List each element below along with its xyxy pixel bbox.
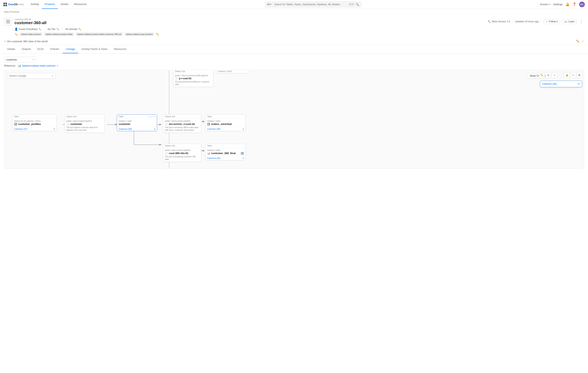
nav-right: Govern ▾ Settings 🔔 ❓ KC bbox=[540, 2, 585, 7]
settings-canvas-icon[interactable]: ⚙ bbox=[577, 72, 582, 78]
sep4: | bbox=[62, 28, 63, 31]
columns-btn-table1[interactable]: Columns (27) bbox=[14, 128, 27, 130]
tag-icon: 🏷️ bbox=[14, 32, 18, 36]
reference-row: Reference : 📊 dataset:icebase:retail:cus… bbox=[4, 64, 584, 67]
node-table4-footer: Columns (35) ▾ bbox=[206, 156, 245, 160]
more-icon[interactable]: ⋮ bbox=[579, 19, 584, 24]
tab-lineage[interactable]: Lineage bbox=[63, 45, 78, 53]
avatar[interactable]: KC bbox=[579, 2, 585, 7]
node-table4-header: Table bbox=[206, 144, 245, 148]
node-table3-name: ℹ️ orders_enriched bbox=[207, 123, 244, 126]
tag-0[interactable]: dataos.data-product bbox=[20, 32, 42, 36]
show-columns-panel: Columns (16) bbox=[540, 81, 582, 87]
tab-details[interactable]: Details bbox=[4, 45, 19, 53]
search-icon: 🔍 bbox=[356, 3, 359, 6]
show-columns-panel-header: Columns (16) bbox=[540, 81, 582, 87]
meta-version-label: Meta Version bbox=[492, 20, 506, 23]
expand-icon[interactable]: ⤢ bbox=[582, 40, 584, 43]
node-partial-top: Dataos Job public / demo-Lamont-profile-… bbox=[173, 70, 213, 87]
job2-doc-icon: 📄 bbox=[165, 123, 168, 126]
help-icon[interactable]: ❓ bbox=[572, 2, 576, 6]
tab-slos[interactable]: SLOs bbox=[34, 45, 47, 53]
learn-button[interactable]: 📖 Learn bbox=[562, 19, 577, 24]
node-table1[interactable]: Table dataos-ck-res-yak-dev / demo ℹ️ cu… bbox=[12, 115, 56, 131]
lineage-dropdown[interactable]: customer ▾ bbox=[4, 57, 36, 63]
node-job1-body: public / demo-ingest-pipeline 📄 customer… bbox=[65, 119, 105, 133]
node-partial-name: 📄 p-r-cust-01 bbox=[175, 77, 211, 80]
edit-owner-icon[interactable]: ✏️ bbox=[39, 28, 42, 31]
tag-2[interactable]: dataos.dataos:product:data:customer-360-… bbox=[76, 32, 123, 36]
chevron-icon-table4[interactable]: ▾ bbox=[243, 157, 244, 159]
node-table1-path: dataos-ck-res-yak-dev / demo bbox=[14, 120, 55, 122]
chevron-icon-table2[interactable]: ▾ bbox=[154, 128, 155, 130]
edit-domain-icon[interactable]: ✏️ bbox=[79, 28, 82, 31]
tag-edit-icon[interactable]: ✏️ bbox=[156, 33, 159, 36]
follow-button[interactable]: ☆ Follow 2 bbox=[544, 19, 560, 24]
svg-rect-0 bbox=[3, 3, 5, 4]
owner-item: 👤 Kunal Choudhary ✏️ bbox=[14, 28, 42, 31]
search-input[interactable] bbox=[274, 3, 347, 6]
fullscreen-button[interactable]: ⤡ bbox=[570, 72, 576, 78]
search-bar[interactable]: All ▾ ⌘ K 🔍 bbox=[265, 1, 361, 8]
node-table1-body: dataos-ck-res-yak-dev / demo ℹ️ customer… bbox=[12, 119, 56, 127]
node-partial-body: public / demo-Lamont-profile-pipeline 📄 … bbox=[173, 74, 213, 87]
tab-policies[interactable]: Policies bbox=[47, 45, 63, 53]
tab-outputs[interactable]: Outputs bbox=[19, 45, 34, 53]
node-job2-desc: This job is enriching offline sales data… bbox=[165, 126, 200, 131]
node-table2-footer: Columns (30) ▾ bbox=[117, 127, 157, 131]
edit-desc-icon[interactable]: ✏️ bbox=[576, 40, 579, 43]
updated-text: Updated 19 hours ago bbox=[515, 20, 539, 23]
zoom-out-button[interactable]: − bbox=[552, 72, 557, 78]
edit-tier-icon[interactable]: ✏️ bbox=[56, 28, 59, 31]
settings-btn[interactable]: Settings bbox=[553, 3, 563, 6]
table4-icon: 📊 bbox=[207, 152, 210, 155]
node-job3-body: public / demo-enrich-pipeline 📄 cust-360… bbox=[163, 148, 201, 162]
tier-label: No Tier bbox=[48, 28, 55, 31]
columns-panel-chevron-icon[interactable] bbox=[578, 83, 580, 85]
node-job2-path: public / demo-enrich-pipeline bbox=[165, 120, 200, 122]
columns-btn-table4[interactable]: Columns (35) bbox=[207, 157, 220, 159]
search-lineage-chevron-icon: ▾ bbox=[52, 75, 53, 77]
columns-btn-table3[interactable]: Columns (45) bbox=[207, 128, 220, 130]
node-table4[interactable]: Table icebase / retail 📊 customer_360_fi… bbox=[205, 144, 246, 160]
owner-icon: 👤 bbox=[14, 28, 18, 31]
job1-doc-icon: 📄 bbox=[66, 123, 69, 126]
nav-resources[interactable]: Resources bbox=[71, 0, 89, 9]
dropdown-chevron-icon: ▾ bbox=[33, 58, 34, 61]
node-table3[interactable]: Table icebase / retail ℹ️ orders_enriche… bbox=[205, 115, 246, 131]
lineage-canvas: ▾ Show Columns ✏️ + − ⛶ 🔒 ⤡ ⚙ bbox=[4, 70, 584, 169]
all-filter[interactable]: All ▾ bbox=[267, 3, 273, 6]
nav-activity[interactable]: Activity bbox=[28, 0, 42, 9]
star-icon: ☆ bbox=[546, 20, 548, 23]
notifications-icon[interactable]: 🔔 bbox=[566, 2, 569, 6]
search-lineage-input[interactable] bbox=[9, 75, 51, 77]
node-table3-path: icebase / retail bbox=[207, 120, 244, 122]
node-table2[interactable]: Table — — — icebase / retail customer Co… bbox=[117, 115, 157, 131]
node-table1-name[interactable]: ℹ️ customer_profiles bbox=[14, 123, 55, 126]
govern-btn[interactable]: Govern ▾ bbox=[540, 3, 550, 6]
book-icon: 📖 bbox=[564, 20, 567, 23]
nav-products[interactable]: Products bbox=[42, 0, 58, 9]
edit-canvas-icon[interactable]: ✏️ bbox=[539, 72, 545, 78]
node-table2-path: icebase / retail bbox=[119, 120, 155, 122]
tag-3[interactable]: dataos.dataos:type:product bbox=[125, 32, 154, 36]
tab-resources[interactable]: Resources bbox=[111, 45, 130, 53]
columns-btn-table2[interactable]: Columns (30) bbox=[119, 128, 132, 130]
svg-rect-3 bbox=[5, 5, 7, 6]
tab-activity-feeds[interactable]: Activity Feeds & Tasks bbox=[78, 45, 111, 53]
brand[interactable]: DataOSmetis bbox=[3, 2, 24, 6]
fit-screen-button[interactable]: ⛶ bbox=[558, 72, 564, 78]
chevron-icon-table1[interactable]: ▾ bbox=[54, 128, 55, 130]
chevron-icon-table3[interactable]: ▾ bbox=[243, 128, 244, 130]
node-job1[interactable]: Dataos Job public / demo-ingest-pipeline… bbox=[64, 115, 105, 133]
node-job1-header: Dataos Job bbox=[65, 115, 105, 119]
lock-button[interactable]: 🔒 bbox=[564, 72, 570, 78]
columns-panel-title: Columns (16) bbox=[542, 83, 557, 85]
nav-assets[interactable]: Assets bbox=[58, 0, 71, 9]
node-job3[interactable]: Dataos Job public / demo-enrich-pipeline… bbox=[163, 144, 201, 162]
search-lineage-bar[interactable]: ▾ bbox=[7, 73, 55, 79]
tag-1[interactable]: dataos.dataos:product:data bbox=[44, 32, 74, 36]
reference-link[interactable]: dataset:icebase:retail:customer ↗ bbox=[22, 64, 58, 67]
zoom-in-button[interactable]: + bbox=[545, 72, 551, 78]
node-job2[interactable]: Dataos Job public / demo-enrich-pipeline… bbox=[163, 115, 201, 133]
